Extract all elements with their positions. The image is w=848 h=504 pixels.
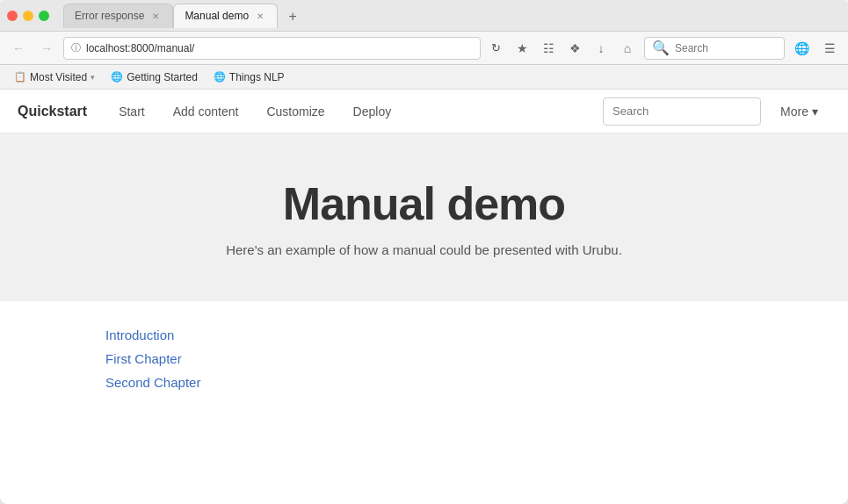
forward-button[interactable]: →: [35, 37, 58, 60]
nav-brand[interactable]: Quickstart: [18, 104, 87, 119]
globe-button[interactable]: 🌐: [790, 37, 813, 60]
toc-section: Introduction First Chapter Second Chapte…: [0, 301, 848, 425]
download-button[interactable]: ↓: [590, 37, 612, 60]
maximize-button[interactable]: [39, 11, 49, 21]
browser-search-bar[interactable]: 🔍: [644, 37, 785, 60]
nav-link-start[interactable]: Start: [105, 90, 159, 133]
info-icon: ⓘ: [71, 41, 81, 54]
close-button[interactable]: [7, 11, 18, 21]
tab-manual-demo[interactable]: Manual demo ✕: [173, 4, 278, 28]
title-bar: Error response ✕ Manual demo ✕ +: [0, 0, 848, 32]
bookmark-icon-most-visited: 📋: [14, 71, 26, 83]
home-button[interactable]: ⌂: [616, 37, 639, 60]
tab-bar: Error response ✕ Manual demo ✕ +: [63, 4, 841, 28]
address-bar: ← → ⓘ ↻ ★ ☷ ❖ ↓ ⌂ 🔍 🌐 ☰: [0, 32, 848, 65]
toc-link-first-chapter[interactable]: First Chapter: [105, 351, 743, 366]
toc-link-introduction[interactable]: Introduction: [105, 328, 743, 342]
reader-view-button[interactable]: ☷: [537, 37, 560, 60]
tab-close-icon[interactable]: ✕: [149, 10, 162, 22]
browser-window: Error response ✕ Manual demo ✕ + ← → ⓘ ↻…: [0, 0, 848, 504]
bookmark-label-getting-started: Getting Started: [127, 71, 198, 83]
menu-button[interactable]: ☰: [818, 37, 841, 60]
new-tab-button[interactable]: +: [281, 5, 304, 28]
hero-section: Manual demo Here's an example of how a m…: [0, 133, 848, 301]
browser-search-input[interactable]: [675, 42, 777, 54]
bookmark-icon-getting-started: 🌐: [111, 71, 123, 83]
tab-error-response[interactable]: Error response ✕: [63, 4, 173, 28]
nav-links: Start Add content Customize Deploy: [105, 90, 603, 133]
toc-link-second-chapter[interactable]: Second Chapter: [105, 375, 743, 390]
site-navbar: Quickstart Start Add content Customize D…: [0, 90, 848, 133]
nav-link-add-content[interactable]: Add content: [159, 90, 253, 133]
pocket-button[interactable]: ❖: [563, 37, 586, 60]
minimize-button[interactable]: [23, 11, 33, 21]
chevron-down-icon: ▾: [812, 104, 818, 119]
bookmarks-bar: 📋 Most Visited ▾ 🌐 Getting Started 🌐 Thi…: [0, 65, 848, 90]
window-controls: [7, 11, 49, 21]
tab-close-icon[interactable]: ✕: [254, 10, 266, 22]
page-content: Quickstart Start Add content Customize D…: [0, 90, 848, 504]
site-search-input[interactable]: [612, 104, 751, 118]
nav-more-button[interactable]: More ▾: [768, 90, 830, 133]
url-input[interactable]: [86, 42, 473, 54]
bookmark-star-button[interactable]: ★: [511, 37, 533, 60]
search-icon: 🔍: [652, 40, 670, 56]
url-bar[interactable]: ⓘ: [63, 37, 481, 60]
hero-subtitle: Here's an example of how a manual could …: [226, 242, 622, 257]
bookmark-things-nlp[interactable]: 🌐 Things NLP: [207, 69, 292, 85]
plus-icon: +: [288, 9, 296, 25]
bookmark-getting-started[interactable]: 🌐 Getting Started: [104, 69, 205, 85]
site-search-bar[interactable]: [603, 97, 761, 126]
bookmark-label-most-visited: Most Visited: [30, 71, 87, 83]
bookmark-icon-things-nlp: 🌐: [214, 71, 226, 83]
tab-label: Error response: [75, 10, 144, 22]
dropdown-icon: ▾: [91, 73, 95, 82]
bookmark-label-things-nlp: Things NLP: [229, 71, 285, 83]
nav-link-deploy[interactable]: Deploy: [339, 90, 406, 133]
nav-more-label: More: [780, 104, 808, 119]
bookmark-most-visited[interactable]: 📋 Most Visited ▾: [7, 69, 102, 85]
tab-label: Manual demo: [185, 10, 249, 22]
back-button[interactable]: ←: [7, 37, 30, 60]
hero-title: Manual demo: [283, 177, 565, 230]
nav-link-customize[interactable]: Customize: [252, 90, 338, 133]
toolbar-icons: ★ ☷ ❖ ↓ ⌂: [511, 37, 639, 60]
refresh-button[interactable]: ↻: [486, 39, 505, 58]
